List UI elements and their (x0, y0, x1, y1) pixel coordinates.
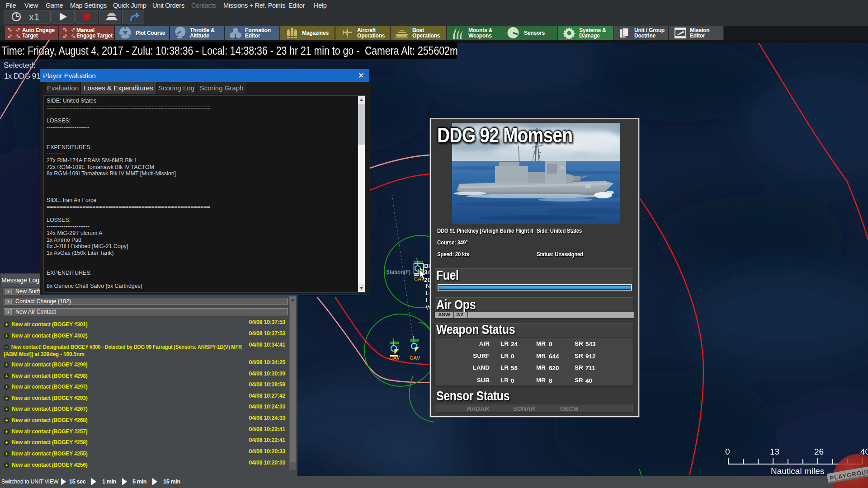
svg-text:93: 93 (585, 183, 591, 189)
svg-text:CAV: CAV (389, 355, 400, 361)
svg-text:CAV: CAV (410, 355, 420, 361)
svg-text:0: 0 (725, 447, 730, 456)
svg-text:Station(F): Station(F) (386, 268, 410, 275)
svg-text:N: N (426, 282, 430, 289)
svg-text:13: 13 (770, 447, 779, 456)
